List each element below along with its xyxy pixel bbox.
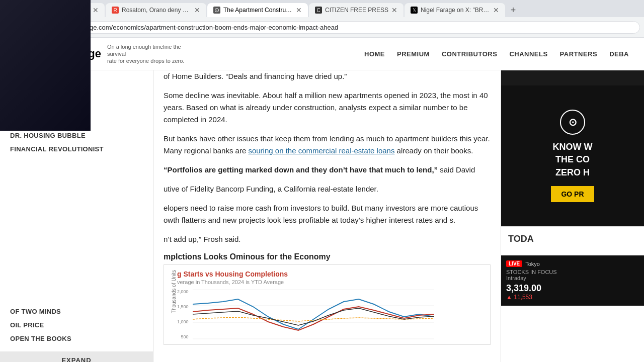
article-para-3: But banks have other issues that keep th… xyxy=(164,133,491,157)
y-label-1000: 1,000 xyxy=(177,319,189,324)
nav-contributors[interactable]: CONTRIBUTORS xyxy=(442,50,497,58)
sidebar-list-bottom: OF TWO MINDS OIL PRICE OPEN THE BOOKS xyxy=(0,301,153,349)
tab-close-2[interactable]: ✕ xyxy=(194,6,200,14)
tab-title-3: The Apartment Construction B... xyxy=(223,7,293,14)
chart-title: g Starts vs Housing Completions xyxy=(177,270,485,278)
tab-favicon-4: C xyxy=(315,7,322,14)
nav-channels[interactable]: CHANNELS xyxy=(509,50,547,58)
url-text: zerohedge.com/economics/apartment-constr… xyxy=(66,24,338,31)
nav-premium[interactable]: PREMIUM xyxy=(397,50,430,58)
ticker-city: Tokyo xyxy=(525,261,540,267)
sidebar-item-housing-bubble[interactable]: DR. HOUSING BUBBLE xyxy=(0,129,153,142)
tab-favicon-5: 𝕏 xyxy=(411,7,418,14)
sidebar-item-two-minds[interactable]: OF TWO MINDS xyxy=(0,305,153,318)
main-layout: BULLIONSTAR CAPITALIST EXPLOITS CHRISTOP… xyxy=(0,70,644,362)
nav-debate[interactable]: DEBA xyxy=(609,50,629,58)
y-label-2000: 2,000 xyxy=(177,289,189,294)
tab-apartment[interactable]: ⊙ The Apartment Construction B... ✕ xyxy=(207,3,308,17)
tab-title-5: Nigel Farage on X: "BREAKING... xyxy=(421,7,490,14)
article-content: of Home Builders. “Deals and financing h… xyxy=(153,70,501,362)
right-sidebar: ⊙ KNOW W THE CO ZERO H GO PR TODA LIVE T… xyxy=(501,70,644,362)
left-sidebar: BULLIONSTAR CAPITALIST EXPLOITS CHRISTOP… xyxy=(0,70,153,362)
article-para-7: n’t add up,” Frosh said. xyxy=(164,233,491,245)
nav-bar: ← → ↻ zerohedge.com/economics/apartment-… xyxy=(0,17,644,37)
article-para-4: “Portfolios are getting marked down and … xyxy=(164,164,491,176)
nav-partners[interactable]: PARTNERS xyxy=(560,50,598,58)
ticker-subtext: STOCKS IN FOCUS Intraday xyxy=(506,269,639,281)
page-wrapper: ⊙ ZeroHedge On a long enough timeline th… xyxy=(0,38,644,362)
today-section: TODA xyxy=(501,226,644,255)
y-label-500: 500 xyxy=(177,334,189,339)
tab-citizen[interactable]: C CITIZEN FREE PRESS ✕ xyxy=(309,3,404,17)
main-nav: HOME PREMIUM CONTRIBUTORS CHANNELS PARTN… xyxy=(364,50,629,58)
ticker-price: 3,319.00 xyxy=(506,283,639,294)
sidebar-item-oil-price[interactable]: OIL PRICE xyxy=(0,318,153,332)
y-label-1500: 1,500 xyxy=(177,304,189,309)
go-premium-button[interactable]: GO PR xyxy=(551,186,594,202)
sidebar-item-financial-rev[interactable]: FINANCIAL REVOLUTIONIST xyxy=(0,142,153,156)
nav-home[interactable]: HOME xyxy=(364,50,385,58)
site-header: ⊙ ZeroHedge On a long enough timeline th… xyxy=(0,38,644,70)
site-tagline: On a long enough timeline the survival r… xyxy=(107,43,198,65)
today-label: TODA xyxy=(508,234,637,244)
sidebar-expand-button[interactable]: EXPAND xyxy=(0,351,153,362)
right-sidebar-ad: ⊙ KNOW W THE CO ZERO H GO PR xyxy=(501,85,644,226)
article-para-1: of Home Builders. “Deals and financing h… xyxy=(164,70,491,82)
chart-subtitle: verage in Thousands, 2024 is YTD Average xyxy=(177,279,485,285)
tab-close-5[interactable]: ✕ xyxy=(493,6,499,14)
housing-chart xyxy=(193,289,434,339)
live-badge: LIVE xyxy=(506,260,522,267)
right-logo-icon: ⊙ xyxy=(560,110,585,135)
right-black-bar xyxy=(501,70,644,85)
tab-close-1[interactable]: ✕ xyxy=(93,6,99,14)
section-heading: mplctions Looks Ominous for the Economy xyxy=(164,252,491,261)
tab-close-3[interactable]: ✕ xyxy=(296,6,302,14)
tab-title-4: CITIZEN FREE PRESS xyxy=(325,7,388,14)
sidebar-item-open-books[interactable]: OPEN THE BOOKS xyxy=(0,332,153,345)
article-link[interactable]: souring on the commercial real-estate lo… xyxy=(248,146,394,155)
video-person xyxy=(0,0,91,131)
ticker-change: ▲ 11,553 xyxy=(506,294,639,301)
article-para-2: Some decline was inevitable. About half … xyxy=(164,89,491,126)
chart-area: Thousands of Units g Starts vs Housing C… xyxy=(164,264,491,345)
tab-favicon-2: R xyxy=(112,7,119,14)
tab-farage[interactable]: 𝕏 Nigel Farage on X: "BREAKING... ✕ xyxy=(405,3,505,17)
y-axis-label: Thousands of Units xyxy=(169,270,177,313)
tab-title-2: Rosatom, Orano deny deal talk... xyxy=(122,7,191,14)
ticker-bar: LIVE Tokyo STOCKS IN FOCUS Intraday 3,31… xyxy=(501,255,644,306)
browser-chrome: N New Caledonia independence ... ✕ R Ros… xyxy=(0,0,644,38)
tab-close-4[interactable]: ✕ xyxy=(391,6,397,14)
new-tab-button[interactable]: + xyxy=(506,3,520,17)
video-overlay xyxy=(0,0,91,131)
tab-favicon-3: ⊙ xyxy=(213,7,220,14)
article-para-5: utive of Fidelity Bancorp Funding, a Cal… xyxy=(164,183,491,195)
address-bar[interactable]: zerohedge.com/economics/apartment-constr… xyxy=(58,21,640,34)
right-ad-text: KNOW W THE CO ZERO H xyxy=(553,141,593,179)
article-para-6: elopers need to raise more cash from inv… xyxy=(164,202,491,226)
tab-rosatom[interactable]: R Rosatom, Orano deny deal talk... ✕ xyxy=(106,3,206,17)
tab-bar: N New Caledonia independence ... ✕ R Ros… xyxy=(0,0,644,17)
